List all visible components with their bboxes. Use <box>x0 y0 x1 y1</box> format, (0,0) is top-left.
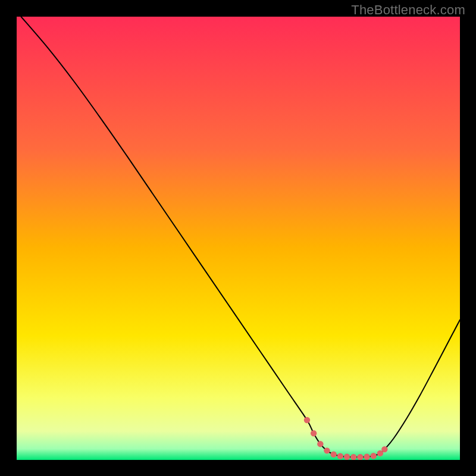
plot-area <box>17 17 460 460</box>
marker-dot <box>344 454 350 460</box>
chart-svg <box>17 17 460 460</box>
marker-dot <box>317 441 323 447</box>
marker-dot <box>324 447 330 453</box>
marker-dot <box>350 454 356 460</box>
marker-dot <box>337 453 343 459</box>
marker-dot <box>304 417 310 423</box>
marker-dot <box>311 430 317 436</box>
marker-dot <box>330 451 336 457</box>
chart-container: TheBottleneck.com <box>0 0 476 476</box>
marker-dot <box>381 446 387 452</box>
marker-dot <box>357 454 363 460</box>
gradient-background <box>17 17 460 460</box>
marker-dot <box>364 454 369 460</box>
marker-dot <box>371 453 377 459</box>
attribution-label: TheBottleneck.com <box>351 2 465 18</box>
